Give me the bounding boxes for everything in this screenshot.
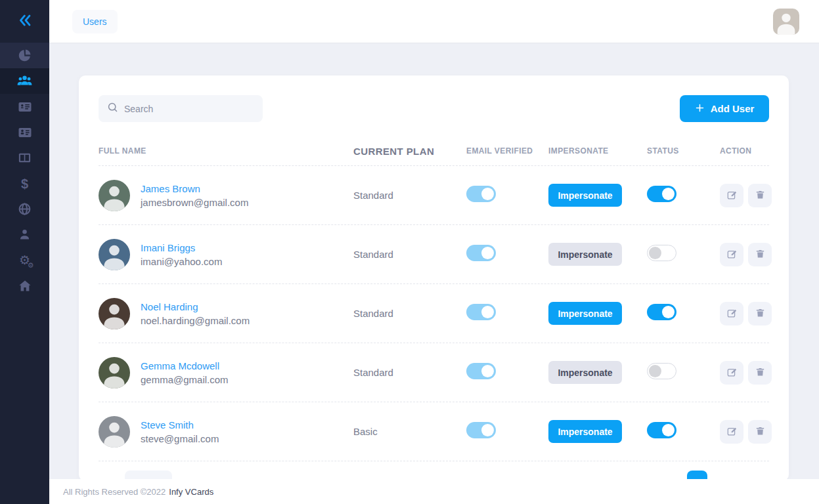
status-toggle[interactable] [647,245,676,261]
column-header-email-verified: EMAIL VERIFIED [466,146,548,156]
toggle-knob [481,365,494,377]
edit-button[interactable] [720,184,743,207]
delete-button[interactable] [748,361,772,385]
email-verified-toggle[interactable] [466,245,496,261]
user-name-link[interactable]: Gemma Mcdowell [141,360,229,371]
status-toggle[interactable] [647,363,676,379]
trash-icon [755,366,766,379]
status-cell [647,422,720,441]
sidebar-item-dashboard[interactable] [0,43,49,68]
globe-icon [17,201,32,217]
user-name-link[interactable]: James Brown [141,183,248,194]
columns-icon [17,150,32,165]
user-name-link[interactable]: Imani Briggs [141,242,222,253]
trash-icon [755,307,766,320]
home-icon [17,278,33,294]
email-verified-cell [466,186,548,205]
sidebar-item-users[interactable] [0,68,49,94]
user-name-link[interactable]: Noel Harding [141,301,250,312]
impersonate-cell: Impersonate [548,302,647,325]
email-verified-toggle[interactable] [466,186,496,202]
email-verified-toggle[interactable] [466,363,496,379]
edit-button[interactable] [720,361,743,385]
sidebar-item-vcards[interactable] [0,94,49,119]
add-user-button[interactable]: Add User [680,95,769,122]
add-user-label: Add User [711,103,755,114]
status-toggle[interactable] [647,186,676,202]
profile-avatar[interactable] [773,9,799,35]
user-name-link[interactable]: Steve Smith [141,419,219,430]
impersonate-button[interactable]: Impersonate [548,243,622,266]
impersonate-button[interactable]: Impersonate [548,420,622,443]
search-input[interactable] [124,104,255,114]
impersonate-button[interactable]: Impersonate [548,302,622,325]
column-header-impersonate: IMPERSONATE [548,146,647,156]
delete-button[interactable] [748,420,772,444]
email-verified-cell [466,422,548,441]
table-header: FULL NAME CURRENT PLAN EMAIL VERIFIED IM… [99,136,769,166]
edit-icon [726,366,738,380]
sidebar-item-templates[interactable] [0,145,49,171]
footer-copyright: All Rights Reserved ©2022 [63,487,166,497]
email-verified-cell [466,245,548,264]
app-root: $ ⚙⚙ [0,0,819,504]
vcard-icon [17,99,33,115]
sidebar-item-domains[interactable] [0,196,49,222]
column-header-status: STATUS [647,146,720,156]
sidebar-item-contacts[interactable] [0,119,49,145]
sidebar-collapse-button[interactable] [0,0,49,43]
user-email: jamesbrown@gmail.com [141,197,248,208]
toggle-knob [481,424,494,436]
status-toggle[interactable] [647,422,676,438]
toggle-knob [662,188,675,200]
dollar-icon: $ [21,177,28,190]
table-row: Imani Briggs imani@yahoo.com Standard Im… [99,225,769,284]
gears-icon: ⚙⚙ [17,253,33,268]
user-avatar [99,239,130,270]
impersonate-button[interactable]: Impersonate [548,361,622,384]
email-verified-toggle[interactable] [466,422,496,438]
status-toggle[interactable] [647,304,676,320]
trash-icon [755,425,766,438]
current-plan-value: Standard [353,308,466,319]
status-cell [647,363,720,382]
delete-button[interactable] [748,184,772,207]
table-row: Gemma Mcdowell gemma@gmail.com Standard … [99,343,769,402]
email-verified-toggle[interactable] [466,304,496,320]
delete-button[interactable] [748,302,772,326]
user-cell: Steve Smith steve@gmail.com [99,416,353,448]
sidebar-item-home[interactable] [0,273,49,299]
delete-button[interactable] [748,243,772,266]
double-chevron-left-icon [16,12,33,32]
pie-chart-icon [17,48,32,63]
toggle-knob [481,247,494,259]
sidebar-item-settings[interactable]: ⚙⚙ [0,247,49,273]
toggle-knob [662,424,675,436]
user-meta: Steve Smith steve@gmail.com [141,419,219,444]
edit-button[interactable] [720,243,743,266]
footer-brand: Infy VCards [169,487,213,497]
user-meta: Noel Harding noel.harding@gmail.com [141,301,250,326]
column-header-current-plan: CURRENT PLAN [353,146,466,157]
edit-button[interactable] [720,302,743,326]
sidebar: $ ⚙⚙ [0,0,49,504]
user-email: gemma@gmail.com [141,374,229,385]
toggle-knob [649,247,661,259]
user-avatar [99,298,130,329]
column-header-full-name: FULL NAME [99,146,353,156]
breadcrumb[interactable]: Users [72,10,118,33]
users-group-icon [16,73,33,89]
search-icon [106,101,119,116]
footer: All Rights Reserved ©2022 Infy VCards [49,479,819,504]
edit-button[interactable] [720,420,743,444]
column-header-action: ACTION [720,146,769,156]
sidebar-item-profile[interactable] [0,222,49,247]
impersonate-cell: Impersonate [548,361,647,384]
impersonate-cell: Impersonate [548,184,647,207]
table-row: James Brown jamesbrown@gmail.com Standar… [99,166,769,225]
sidebar-item-billing[interactable]: $ [0,171,49,196]
user-meta: Imani Briggs imani@yahoo.com [141,242,222,267]
impersonate-button[interactable]: Impersonate [548,184,622,207]
trash-icon [755,248,766,261]
action-cell [720,302,772,326]
